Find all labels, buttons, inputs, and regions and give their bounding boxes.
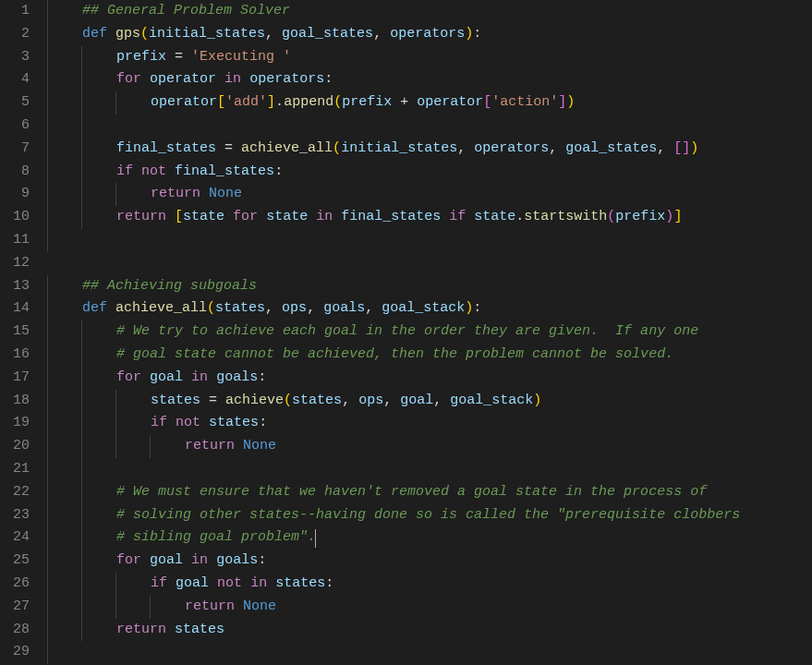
code-line[interactable]: final_states = achieve_all(initial_state… [48,138,812,161]
token-var: states [151,393,200,408]
token-bracket: [ [175,209,183,224]
indent-guide [81,596,116,619]
token-keyword: in [316,209,333,224]
line-number: 3 [0,46,30,69]
token-bracket2: ] [558,94,566,110]
line-number: 17 [0,367,30,390]
token-punc [209,575,217,591]
code-line[interactable]: ## General Problem Solver [48,0,812,23]
token-string: 'Executing ' [191,49,291,65]
code-line[interactable]: operator['add'].append(prefix + operator… [48,91,812,115]
token-keyword: in [224,71,241,87]
code-line[interactable]: return None [48,596,812,619]
indent-guide [47,46,82,69]
code-line[interactable]: return None [48,183,812,206]
token-keyword: return [185,598,235,614]
token-bracket: ] [673,209,682,224]
line-number: 5 [0,91,30,115]
token-bracket: ( [284,393,292,408]
token-string: 'action' [491,94,558,110]
indent-guide [47,23,82,46]
code-line[interactable] [48,229,812,252]
token-op: = [216,140,241,156]
code-line[interactable]: def achieve_all(states, ops, goals, goal… [48,297,812,320]
token-var: goal [400,393,433,408]
code-line[interactable]: for goal in goals: [48,367,812,390]
code-line[interactable]: return [state for state in final_states … [48,206,812,229]
token-keyword: for [116,552,141,568]
code-line[interactable]: if not states: [48,412,812,435]
token-def: def [82,26,115,42]
code-line[interactable]: # We try to achieve each goal in the ord… [48,320,812,344]
indent-guide [47,115,82,138]
token-var: goals [216,369,258,385]
token-func: append [284,94,333,110]
line-number: 4 [0,68,30,91]
token-keyword: not [217,575,242,591]
token-punc [308,209,316,224]
token-punc [224,209,233,224]
indent-guide [81,367,116,390]
token-punc [235,438,243,453]
token-punc: : [258,369,266,385]
line-number: 7 [0,138,30,161]
token-var: goal [176,575,209,591]
indent-guide [115,412,151,435]
code-line[interactable]: return None [48,435,812,458]
token-op: = [166,49,191,65]
indent-guide [47,481,82,504]
token-op: + [392,94,417,110]
code-line[interactable]: # We must ensure that we haven't removed… [48,481,812,504]
token-func: gps [115,26,140,42]
token-punc [166,163,175,179]
code-line[interactable]: # solving other states--having done so i… [48,504,812,527]
code-line[interactable]: if goal not in states: [48,573,812,596]
indent-guide [47,229,82,252]
indent-guide [47,526,82,550]
code-line[interactable] [48,641,812,664]
code-line[interactable]: states = achieve(states, ops, goal, goal… [48,390,812,413]
token-bracket: ( [207,300,215,316]
token-const: None [243,438,276,453]
token-bracket: ( [333,94,342,110]
token-punc [216,71,224,87]
token-punc: , [265,26,282,42]
code-line[interactable]: return states [48,619,812,642]
code-editor[interactable]: 1234567891011121314151617181920212223242… [0,0,812,665]
indent-guide [115,573,151,596]
code-line[interactable]: def gps(initial_states, goal_states, ope… [48,23,812,46]
code-line[interactable]: prefix = 'Executing ' [48,46,812,69]
token-bracket: ] [267,94,275,110]
indent-guide [81,481,116,504]
code-line[interactable] [48,115,812,138]
token-func: achieve [225,393,284,408]
code-area[interactable]: ## General Problem Solver def gps(initia… [42,0,812,665]
token-bracket: ) [465,26,473,42]
token-punc: , [265,300,282,316]
token-var: goal_states [282,26,373,42]
code-line[interactable]: for operator in operators: [48,68,812,91]
line-number: 22 [0,481,30,504]
code-line[interactable] [48,458,812,481]
token-punc [235,598,243,614]
token-punc [258,209,266,224]
code-line[interactable]: for goal in goals: [48,550,812,573]
token-bracket: ( [140,26,149,42]
indent-guide [81,161,116,184]
token-punc [441,209,449,224]
code-line[interactable]: # goal state cannot be achieved, then th… [48,344,812,367]
code-line[interactable]: if not final_states: [48,161,812,184]
code-line[interactable] [48,252,812,275]
code-line[interactable]: ## Achieving subgoals [48,275,812,298]
token-var: final_states [341,209,441,224]
token-var: goals [216,552,258,568]
token-keyword: not [176,415,200,430]
token-bracket: ) [465,300,473,316]
token-punc [133,163,141,179]
code-line[interactable]: # sibling goal problem". [48,526,812,550]
token-bracket: ( [333,140,341,156]
token-var: operator [150,71,216,87]
token-punc [141,71,150,87]
line-number: 27 [0,596,30,619]
token-punc [166,622,175,637]
